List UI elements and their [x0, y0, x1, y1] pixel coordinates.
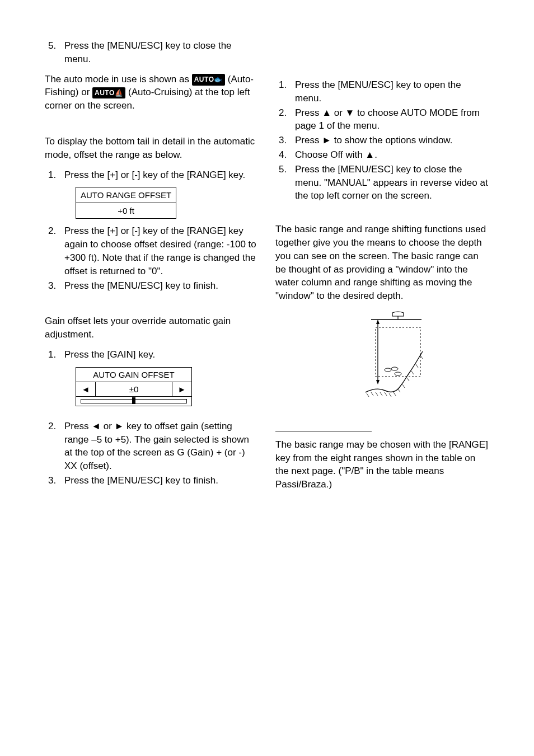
- svg-line-14: [389, 393, 391, 397]
- right-step1: Press the [MENU/ESC] key to open the men…: [289, 78, 489, 105]
- gain-box-header: AUTO GAIN OFFSET: [76, 367, 192, 382]
- svg-line-15: [394, 392, 396, 396]
- range-box-header: AUTO RANGE OFFSET: [76, 187, 176, 203]
- auto-mode-para: The auto mode in use is shown as AUTO🐟 (…: [45, 73, 259, 112]
- basic-range-para: The basic range may be chosen with the […: [275, 438, 489, 491]
- gain-offset-intro: Gain offset lets your override automatic…: [45, 314, 259, 341]
- gain-arrow-left: ◄: [76, 382, 96, 396]
- section-divider: [275, 431, 372, 431]
- auto-cruising-icon: AUTO⛵: [92, 87, 125, 99]
- svg-point-7: [391, 367, 398, 370]
- gain-step1: Press the [GAIN] key.: [59, 348, 259, 361]
- auto-mode-text: The auto mode in use is shown as: [45, 74, 192, 84]
- auto-gain-offset-box: AUTO GAIN OFFSET ◄ ±0 ►: [76, 367, 192, 406]
- svg-point-6: [385, 368, 391, 372]
- svg-line-9: [367, 393, 369, 397]
- svg-line-18: [407, 378, 409, 381]
- svg-marker-4: [376, 320, 380, 324]
- right-step2: Press ▲ or ▼ to choose AUTO MODE from pa…: [289, 106, 489, 133]
- range-step1: Press the [+] or [-] key of the [RANGE] …: [59, 168, 259, 182]
- svg-line-20: [416, 364, 418, 368]
- range-box-value: +0 ft: [76, 203, 176, 219]
- svg-line-21: [420, 355, 423, 359]
- svg-line-10: [371, 392, 373, 396]
- svg-line-17: [402, 384, 405, 388]
- svg-point-8: [395, 372, 401, 375]
- basic-range-intro: The basic range and range shifting funct…: [275, 223, 489, 303]
- step-close-menu: Press the [MENU/ESC] key to close the me…: [59, 39, 259, 66]
- svg-line-19: [411, 371, 414, 374]
- gain-box-value: ±0: [96, 382, 172, 396]
- svg-marker-5: [376, 380, 380, 384]
- svg-line-12: [380, 392, 382, 396]
- gain-arrow-right: ►: [172, 382, 192, 396]
- window-diagram: [275, 309, 489, 408]
- auto-range-offset-box: AUTO RANGE OFFSET +0 ft: [76, 187, 176, 219]
- gain-step3: Press the [MENU/ESC] key to finish.: [59, 474, 259, 487]
- svg-line-13: [385, 392, 387, 396]
- right-step4: Choose Off with ▲.: [289, 148, 489, 162]
- display-bottom-para: To display the bottom tail in detail in …: [45, 135, 259, 162]
- range-step2: Press the [+] or [-] key of the [RANGE] …: [59, 224, 259, 278]
- right-step5: Press the [MENU/ESC] key to close the me…: [289, 163, 489, 203]
- gain-step2: Press ◄ or ► key to offset gain (setting…: [59, 420, 259, 473]
- right-step3: Press ► to show the options window.: [289, 134, 489, 147]
- svg-line-16: [398, 389, 400, 392]
- range-step3: Press the [MENU/ESC] key to finish.: [59, 279, 259, 293]
- auto-fishing-icon: AUTO🐟: [192, 74, 225, 86]
- svg-line-11: [376, 392, 378, 396]
- gain-slider: [78, 397, 189, 405]
